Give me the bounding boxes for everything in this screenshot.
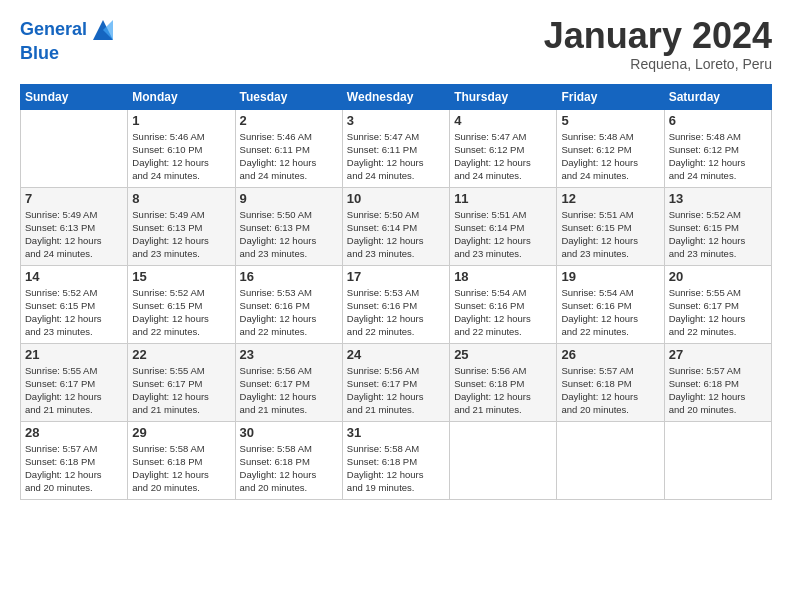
day-info: Sunrise: 5:49 AMSunset: 6:13 PMDaylight:… xyxy=(132,208,230,261)
calendar-cell: 2Sunrise: 5:46 AMSunset: 6:11 PMDaylight… xyxy=(235,109,342,187)
day-info: Sunrise: 5:55 AMSunset: 6:17 PMDaylight:… xyxy=(25,364,123,417)
day-number: 10 xyxy=(347,191,445,206)
day-info: Sunrise: 5:55 AMSunset: 6:17 PMDaylight:… xyxy=(669,286,767,339)
day-number: 11 xyxy=(454,191,552,206)
day-number: 22 xyxy=(132,347,230,362)
day-number: 23 xyxy=(240,347,338,362)
day-number: 30 xyxy=(240,425,338,440)
day-info: Sunrise: 5:48 AMSunset: 6:12 PMDaylight:… xyxy=(669,130,767,183)
day-info: Sunrise: 5:57 AMSunset: 6:18 PMDaylight:… xyxy=(561,364,659,417)
col-tuesday: Tuesday xyxy=(235,84,342,109)
title-block: January 2024 Requena, Loreto, Peru xyxy=(544,16,772,72)
day-info: Sunrise: 5:52 AMSunset: 6:15 PMDaylight:… xyxy=(669,208,767,261)
calendar-cell: 31Sunrise: 5:58 AMSunset: 6:18 PMDayligh… xyxy=(342,421,449,499)
calendar-cell: 30Sunrise: 5:58 AMSunset: 6:18 PMDayligh… xyxy=(235,421,342,499)
day-number: 7 xyxy=(25,191,123,206)
calendar-cell: 24Sunrise: 5:56 AMSunset: 6:17 PMDayligh… xyxy=(342,343,449,421)
page-container: General Blue January 2024 Requena, Loret… xyxy=(0,0,792,510)
calendar-cell: 21Sunrise: 5:55 AMSunset: 6:17 PMDayligh… xyxy=(21,343,128,421)
calendar-cell: 25Sunrise: 5:56 AMSunset: 6:18 PMDayligh… xyxy=(450,343,557,421)
calendar-cell xyxy=(21,109,128,187)
day-number: 5 xyxy=(561,113,659,128)
day-number: 15 xyxy=(132,269,230,284)
day-info: Sunrise: 5:57 AMSunset: 6:18 PMDaylight:… xyxy=(25,442,123,495)
calendar-cell: 6Sunrise: 5:48 AMSunset: 6:12 PMDaylight… xyxy=(664,109,771,187)
calendar-cell: 22Sunrise: 5:55 AMSunset: 6:17 PMDayligh… xyxy=(128,343,235,421)
calendar-cell: 4Sunrise: 5:47 AMSunset: 6:12 PMDaylight… xyxy=(450,109,557,187)
calendar-cell xyxy=(450,421,557,499)
calendar-cell: 27Sunrise: 5:57 AMSunset: 6:18 PMDayligh… xyxy=(664,343,771,421)
day-number: 20 xyxy=(669,269,767,284)
day-number: 3 xyxy=(347,113,445,128)
location-subtitle: Requena, Loreto, Peru xyxy=(544,56,772,72)
calendar-cell: 8Sunrise: 5:49 AMSunset: 6:13 PMDaylight… xyxy=(128,187,235,265)
day-info: Sunrise: 5:55 AMSunset: 6:17 PMDaylight:… xyxy=(132,364,230,417)
day-number: 21 xyxy=(25,347,123,362)
calendar-cell: 26Sunrise: 5:57 AMSunset: 6:18 PMDayligh… xyxy=(557,343,664,421)
day-number: 4 xyxy=(454,113,552,128)
calendar-cell: 11Sunrise: 5:51 AMSunset: 6:14 PMDayligh… xyxy=(450,187,557,265)
day-info: Sunrise: 5:52 AMSunset: 6:15 PMDaylight:… xyxy=(25,286,123,339)
day-number: 17 xyxy=(347,269,445,284)
calendar-cell: 16Sunrise: 5:53 AMSunset: 6:16 PMDayligh… xyxy=(235,265,342,343)
day-info: Sunrise: 5:50 AMSunset: 6:13 PMDaylight:… xyxy=(240,208,338,261)
day-info: Sunrise: 5:56 AMSunset: 6:17 PMDaylight:… xyxy=(240,364,338,417)
header-row: Sunday Monday Tuesday Wednesday Thursday… xyxy=(21,84,772,109)
day-number: 8 xyxy=(132,191,230,206)
calendar-cell: 7Sunrise: 5:49 AMSunset: 6:13 PMDaylight… xyxy=(21,187,128,265)
day-info: Sunrise: 5:47 AMSunset: 6:11 PMDaylight:… xyxy=(347,130,445,183)
day-info: Sunrise: 5:58 AMSunset: 6:18 PMDaylight:… xyxy=(347,442,445,495)
calendar-cell: 5Sunrise: 5:48 AMSunset: 6:12 PMDaylight… xyxy=(557,109,664,187)
calendar-cell: 15Sunrise: 5:52 AMSunset: 6:15 PMDayligh… xyxy=(128,265,235,343)
col-monday: Monday xyxy=(128,84,235,109)
day-number: 6 xyxy=(669,113,767,128)
calendar-week-1: 1Sunrise: 5:46 AMSunset: 6:10 PMDaylight… xyxy=(21,109,772,187)
day-number: 25 xyxy=(454,347,552,362)
day-info: Sunrise: 5:52 AMSunset: 6:15 PMDaylight:… xyxy=(132,286,230,339)
day-number: 16 xyxy=(240,269,338,284)
calendar-cell: 9Sunrise: 5:50 AMSunset: 6:13 PMDaylight… xyxy=(235,187,342,265)
logo-blue: Blue xyxy=(20,43,59,63)
calendar-week-2: 7Sunrise: 5:49 AMSunset: 6:13 PMDaylight… xyxy=(21,187,772,265)
calendar-cell: 23Sunrise: 5:56 AMSunset: 6:17 PMDayligh… xyxy=(235,343,342,421)
calendar-cell xyxy=(557,421,664,499)
calendar-cell: 28Sunrise: 5:57 AMSunset: 6:18 PMDayligh… xyxy=(21,421,128,499)
day-number: 27 xyxy=(669,347,767,362)
calendar-cell: 29Sunrise: 5:58 AMSunset: 6:18 PMDayligh… xyxy=(128,421,235,499)
day-info: Sunrise: 5:46 AMSunset: 6:11 PMDaylight:… xyxy=(240,130,338,183)
calendar-table: Sunday Monday Tuesday Wednesday Thursday… xyxy=(20,84,772,500)
day-number: 29 xyxy=(132,425,230,440)
logo-icon xyxy=(89,16,117,44)
day-number: 18 xyxy=(454,269,552,284)
day-number: 2 xyxy=(240,113,338,128)
day-info: Sunrise: 5:51 AMSunset: 6:14 PMDaylight:… xyxy=(454,208,552,261)
page-header: General Blue January 2024 Requena, Loret… xyxy=(20,16,772,72)
calendar-cell: 13Sunrise: 5:52 AMSunset: 6:15 PMDayligh… xyxy=(664,187,771,265)
day-info: Sunrise: 5:51 AMSunset: 6:15 PMDaylight:… xyxy=(561,208,659,261)
day-info: Sunrise: 5:46 AMSunset: 6:10 PMDaylight:… xyxy=(132,130,230,183)
calendar-cell xyxy=(664,421,771,499)
day-info: Sunrise: 5:58 AMSunset: 6:18 PMDaylight:… xyxy=(240,442,338,495)
calendar-cell: 20Sunrise: 5:55 AMSunset: 6:17 PMDayligh… xyxy=(664,265,771,343)
day-number: 19 xyxy=(561,269,659,284)
day-info: Sunrise: 5:58 AMSunset: 6:18 PMDaylight:… xyxy=(132,442,230,495)
day-number: 13 xyxy=(669,191,767,206)
month-title: January 2024 xyxy=(544,16,772,56)
day-number: 28 xyxy=(25,425,123,440)
calendar-cell: 14Sunrise: 5:52 AMSunset: 6:15 PMDayligh… xyxy=(21,265,128,343)
logo-text: General xyxy=(20,20,87,40)
calendar-cell: 10Sunrise: 5:50 AMSunset: 6:14 PMDayligh… xyxy=(342,187,449,265)
day-number: 31 xyxy=(347,425,445,440)
col-sunday: Sunday xyxy=(21,84,128,109)
col-wednesday: Wednesday xyxy=(342,84,449,109)
calendar-week-3: 14Sunrise: 5:52 AMSunset: 6:15 PMDayligh… xyxy=(21,265,772,343)
calendar-cell: 19Sunrise: 5:54 AMSunset: 6:16 PMDayligh… xyxy=(557,265,664,343)
day-info: Sunrise: 5:54 AMSunset: 6:16 PMDaylight:… xyxy=(561,286,659,339)
day-info: Sunrise: 5:56 AMSunset: 6:18 PMDaylight:… xyxy=(454,364,552,417)
day-number: 1 xyxy=(132,113,230,128)
day-info: Sunrise: 5:48 AMSunset: 6:12 PMDaylight:… xyxy=(561,130,659,183)
calendar-cell: 17Sunrise: 5:53 AMSunset: 6:16 PMDayligh… xyxy=(342,265,449,343)
day-info: Sunrise: 5:54 AMSunset: 6:16 PMDaylight:… xyxy=(454,286,552,339)
day-info: Sunrise: 5:53 AMSunset: 6:16 PMDaylight:… xyxy=(347,286,445,339)
day-number: 24 xyxy=(347,347,445,362)
